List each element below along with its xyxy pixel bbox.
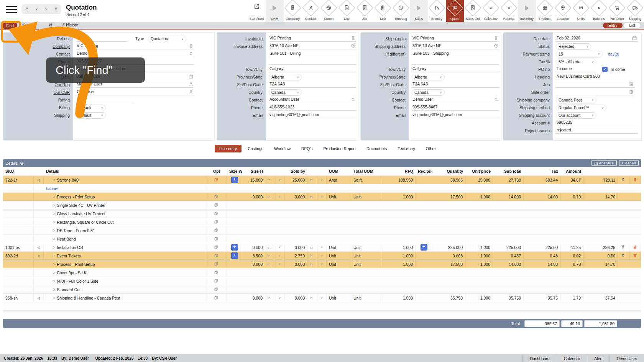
line-item-row-1001-os[interactable]: 1001-os◁▷Installation OS+0.000in∨0.000in… (3, 243, 641, 252)
line-item-row-802-2d[interactable]: 802-2d◁▷Event Tickets+8.500in∨2.750in∨Un… (3, 252, 641, 260)
column-header-size-w[interactable]: Size-W (227, 169, 242, 174)
tab-rfqs[interactable]: RFQ's (297, 145, 317, 152)
toolbar-item-sales-inv[interactable]: SiSales Inv (482, 0, 500, 22)
size-w-unit-dropdown[interactable]: ∨ (275, 260, 284, 268)
toolbar-item-company[interactable]: Company (284, 0, 302, 22)
size-h-value[interactable]: 0.000 (284, 193, 307, 201)
copy-details-icon[interactable] (206, 252, 227, 260)
shipping-to-label[interactable]: Shipping to (361, 36, 409, 41)
collapse-icon[interactable]: ◁ (34, 243, 44, 251)
blank-field[interactable] (269, 59, 356, 65)
quantity-cell[interactable]: 1.000 (465, 294, 493, 302)
unit-price-cell[interactable]: 0.487 (493, 252, 524, 260)
column-header-opt[interactable]: Opt (206, 169, 227, 174)
unit-price-cell[interactable]: 14.000 (493, 260, 524, 268)
size-w-unit-dropdown[interactable]: ∨ (275, 176, 284, 184)
opt-add-button[interactable]: + (227, 243, 242, 251)
quantity-cell[interactable]: 1.000 (465, 243, 493, 251)
payment-terms-select[interactable]: 15∨ (556, 51, 603, 57)
size-h-unit-dropdown[interactable]: ∨ (317, 260, 327, 268)
heading-field[interactable]: New Business Card 500 (556, 74, 637, 80)
line-item-row[interactable]: ▷Gloss Laminate UV Protect (3, 210, 641, 218)
size-h-unit-dropdown[interactable]: ∨ (317, 243, 327, 251)
delete-row-icon[interactable] (629, 252, 641, 260)
line-item-row[interactable]: banner (3, 184, 641, 193)
expand-icon[interactable]: ▷ (53, 288, 55, 291)
expand-icon[interactable]: ▷ (53, 279, 55, 283)
line-item-row[interactable]: ▷Single Side 4C - UV Printer (3, 201, 641, 210)
expand-icon[interactable]: ▷ (53, 254, 55, 257)
list-toggle-button[interactable]: List (623, 23, 641, 28)
expand-icon[interactable]: ▷ (53, 271, 55, 274)
current-user-link[interactable]: Demo User (610, 354, 644, 362)
shipping-account-select[interactable]: Our account∨ (556, 112, 596, 119)
name-cell[interactable]: ▷Process - Print Setup (44, 260, 206, 268)
alert-link[interactable]: Alert (587, 354, 610, 362)
quantity-cell[interactable]: 1.000 (465, 252, 493, 260)
billing-select[interactable]: Default∨ (76, 105, 106, 111)
column-header-total-uom[interactable]: Total UOM (351, 169, 381, 174)
add-line-icon[interactable]: ⊕ (20, 161, 24, 166)
tax-select[interactable]: 5% - Alberta∨ (556, 59, 596, 65)
ref-no-field[interactable]: 3 (76, 36, 128, 42)
column-header-amount[interactable]: Amount (560, 169, 583, 174)
tab-text-entry[interactable]: Text entry (393, 145, 420, 152)
size-h-unit-dropdown[interactable]: ∨ (317, 176, 327, 184)
country-select[interactable]: Canada∨ (269, 89, 302, 96)
toolbar-item-sales-ord[interactable]: Sales Ord (464, 0, 482, 22)
status-select[interactable]: Rejected∨ (556, 43, 591, 50)
name-cell[interactable]: ▷Gloss Laminate UV Protect (44, 210, 206, 218)
line-item-row-722-1r[interactable]: 722-1r◁▷Styrene 040+15.000in∨25.000in∨Ar… (3, 176, 641, 184)
column-header-unit-price[interactable]: Unit price (465, 169, 493, 174)
po-no-field[interactable]: To come (556, 66, 596, 72)
size-w-unit-dropdown[interactable]: ∨ (275, 243, 284, 251)
rating-field[interactable]: 10 (76, 97, 133, 103)
province-state-select[interactable]: Alberta∨ (412, 74, 445, 80)
next-record-button[interactable]: › (44, 7, 48, 12)
quantity-cell[interactable]: 1.000 (465, 193, 493, 201)
sale-order-field[interactable] (556, 89, 578, 95)
quantity-cell[interactable]: 1.000 (465, 260, 493, 268)
line-item-row[interactable]: ▷Process - Print Setup0.000in∨0.000in∨Un… (3, 193, 641, 201)
hand-icon[interactable] (618, 176, 629, 184)
column-header-sku[interactable]: SKU (3, 169, 34, 174)
expand-icon[interactable]: ▷ (53, 212, 55, 215)
contact-label[interactable]: Contact (3, 52, 73, 56)
copy-details-icon[interactable] (206, 176, 227, 184)
copy-details-icon[interactable] (206, 226, 227, 234)
name-cell[interactable]: ▷Shipping & Handling - Canada Post (44, 294, 206, 302)
size-h-unit-dropdown[interactable]: ∨ (317, 252, 327, 260)
company-field[interactable]: VIC Printing (76, 43, 194, 49)
size-h-value[interactable]: 25.000 (284, 176, 307, 184)
name-cell[interactable]: ▷Cover 9pt - SILK (44, 269, 206, 277)
name-cell[interactable]: banner (44, 184, 206, 192)
history-tab[interactable]: ↺ History (61, 23, 78, 28)
line-item-row[interactable]: ▷Heat Bend (3, 235, 641, 243)
copy-details-icon[interactable] (206, 201, 227, 209)
hamburger-menu-icon[interactable] (6, 6, 17, 14)
size-w-value[interactable]: 0.000 (242, 260, 265, 268)
contact-field[interactable]: Accountant User (269, 97, 356, 103)
copy-details-icon[interactable] (206, 269, 227, 277)
expand-icon[interactable]: ▷ (53, 195, 55, 198)
collapse-icon[interactable]: ◁ (34, 252, 44, 260)
company-label[interactable]: Company (3, 44, 73, 49)
opt-add-button[interactable]: + (227, 176, 242, 184)
size-w-unit-dropdown[interactable]: ∨ (275, 193, 284, 201)
banner-link[interactable]: banner (46, 186, 59, 191)
province-state-select[interactable]: Alberta∨ (269, 74, 302, 80)
copy-details-icon[interactable] (206, 235, 227, 243)
toolbar-item-product[interactable]: Product (536, 0, 554, 22)
job-field[interactable] (578, 82, 634, 88)
name-cell[interactable]: ▷Event Tickets (44, 252, 206, 260)
phone-field[interactable]: 416-555-1023 (269, 105, 356, 111)
blank-field[interactable] (412, 59, 499, 65)
toolbar-item-location[interactable]: Location (554, 0, 572, 22)
phone-field[interactable]: 905-555-8467 (412, 105, 499, 111)
delete-row-icon[interactable] (629, 176, 641, 184)
copy-details-icon[interactable] (206, 218, 227, 226)
expand-icon[interactable]: ▷ (53, 220, 55, 224)
country-select[interactable]: Canada∨ (412, 89, 445, 96)
column-header-tax[interactable]: Tax (524, 169, 560, 174)
town-city-field[interactable]: Calgary (269, 66, 356, 72)
